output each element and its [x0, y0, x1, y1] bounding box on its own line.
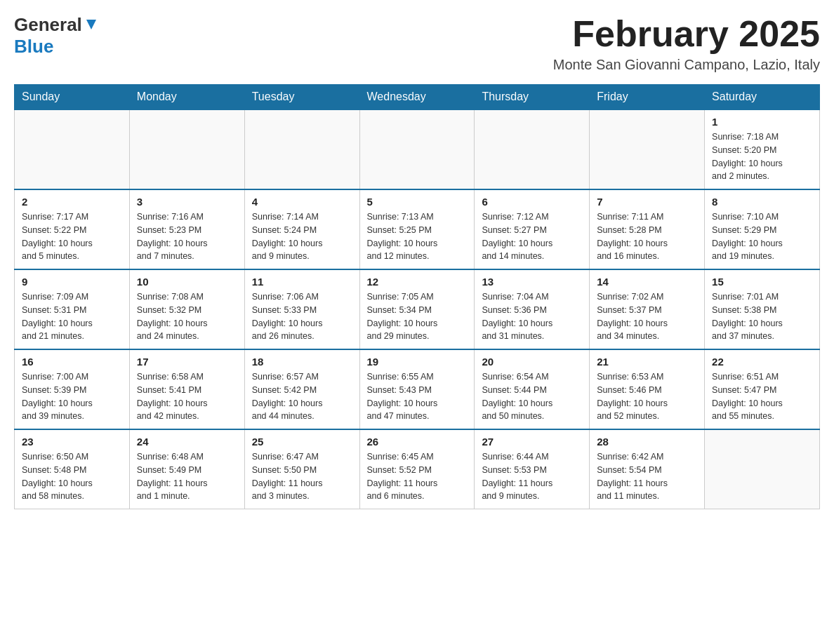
- day-info: Sunrise: 6:58 AMSunset: 5:41 PMDaylight:…: [137, 370, 237, 423]
- calendar-cell: 21Sunrise: 6:53 AMSunset: 5:46 PMDayligh…: [590, 349, 705, 429]
- calendar-cell: 10Sunrise: 7:08 AMSunset: 5:32 PMDayligh…: [129, 269, 244, 349]
- day-info: Sunrise: 6:51 AMSunset: 5:47 PMDaylight:…: [712, 370, 812, 423]
- day-info: Sunrise: 6:50 AMSunset: 5:48 PMDaylight:…: [22, 450, 122, 503]
- day-number: 4: [252, 196, 352, 208]
- day-info: Sunrise: 6:57 AMSunset: 5:42 PMDaylight:…: [252, 370, 352, 423]
- day-info: Sunrise: 7:08 AMSunset: 5:32 PMDaylight:…: [137, 290, 237, 343]
- col-friday: Friday: [590, 85, 705, 110]
- day-info: Sunrise: 6:54 AMSunset: 5:44 PMDaylight:…: [482, 370, 582, 423]
- day-number: 5: [367, 196, 468, 208]
- col-tuesday: Tuesday: [244, 85, 359, 110]
- day-info: Sunrise: 7:04 AMSunset: 5:36 PMDaylight:…: [482, 290, 582, 343]
- calendar-week-row-2: 2Sunrise: 7:17 AMSunset: 5:22 PMDaylight…: [15, 189, 820, 269]
- col-wednesday: Wednesday: [359, 85, 475, 110]
- calendar-cell: 26Sunrise: 6:45 AMSunset: 5:52 PMDayligh…: [359, 429, 475, 509]
- calendar-cell: 25Sunrise: 6:47 AMSunset: 5:50 PMDayligh…: [244, 429, 359, 509]
- day-info: Sunrise: 6:53 AMSunset: 5:46 PMDaylight:…: [597, 370, 697, 423]
- calendar-cell: [359, 109, 475, 189]
- day-number: 21: [597, 356, 697, 368]
- day-number: 2: [22, 196, 122, 208]
- calendar-cell: 7Sunrise: 7:11 AMSunset: 5:28 PMDaylight…: [590, 189, 705, 269]
- calendar-cell: 9Sunrise: 7:09 AMSunset: 5:31 PMDaylight…: [15, 269, 130, 349]
- calendar-cell: 15Sunrise: 7:01 AMSunset: 5:38 PMDayligh…: [705, 269, 820, 349]
- day-number: 9: [22, 276, 122, 288]
- svg-marker-0: [86, 20, 96, 29]
- day-number: 8: [712, 196, 812, 208]
- calendar-cell: 20Sunrise: 6:54 AMSunset: 5:44 PMDayligh…: [475, 349, 590, 429]
- day-number: 1: [712, 116, 812, 128]
- logo-triangle-icon: [84, 17, 99, 32]
- calendar-cell: 14Sunrise: 7:02 AMSunset: 5:37 PMDayligh…: [590, 269, 705, 349]
- logo-general-text: General: [14, 14, 82, 36]
- day-info: Sunrise: 7:00 AMSunset: 5:39 PMDaylight:…: [22, 370, 122, 423]
- calendar-cell: 1Sunrise: 7:18 AMSunset: 5:20 PMDaylight…: [705, 109, 820, 189]
- calendar-cell: 8Sunrise: 7:10 AMSunset: 5:29 PMDaylight…: [705, 189, 820, 269]
- calendar-cell: 4Sunrise: 7:14 AMSunset: 5:24 PMDaylight…: [244, 189, 359, 269]
- day-number: 7: [597, 196, 697, 208]
- day-number: 23: [22, 436, 122, 448]
- calendar-cell: 2Sunrise: 7:17 AMSunset: 5:22 PMDaylight…: [15, 189, 130, 269]
- calendar-cell: 11Sunrise: 7:06 AMSunset: 5:33 PMDayligh…: [244, 269, 359, 349]
- day-info: Sunrise: 6:45 AMSunset: 5:52 PMDaylight:…: [367, 450, 468, 503]
- day-number: 15: [712, 276, 812, 288]
- day-number: 27: [482, 436, 582, 448]
- day-number: 20: [482, 356, 582, 368]
- col-monday: Monday: [129, 85, 244, 110]
- day-info: Sunrise: 6:42 AMSunset: 5:54 PMDaylight:…: [597, 450, 697, 503]
- calendar-week-row-5: 23Sunrise: 6:50 AMSunset: 5:48 PMDayligh…: [15, 429, 820, 509]
- day-info: Sunrise: 6:47 AMSunset: 5:50 PMDaylight:…: [252, 450, 352, 503]
- calendar-cell: 13Sunrise: 7:04 AMSunset: 5:36 PMDayligh…: [475, 269, 590, 349]
- calendar-cell: 3Sunrise: 7:16 AMSunset: 5:23 PMDaylight…: [129, 189, 244, 269]
- calendar-table: Sunday Monday Tuesday Wednesday Thursday…: [14, 84, 820, 509]
- day-info: Sunrise: 6:48 AMSunset: 5:49 PMDaylight:…: [137, 450, 237, 503]
- logo: General Blue: [14, 14, 99, 58]
- calendar-cell: [15, 109, 130, 189]
- day-info: Sunrise: 6:44 AMSunset: 5:53 PMDaylight:…: [482, 450, 582, 503]
- day-number: 13: [482, 276, 582, 288]
- day-number: 19: [367, 356, 468, 368]
- day-info: Sunrise: 7:13 AMSunset: 5:25 PMDaylight:…: [367, 210, 468, 263]
- day-number: 10: [137, 276, 237, 288]
- calendar-cell: 18Sunrise: 6:57 AMSunset: 5:42 PMDayligh…: [244, 349, 359, 429]
- day-info: Sunrise: 7:01 AMSunset: 5:38 PMDaylight:…: [712, 290, 812, 343]
- day-number: 22: [712, 356, 812, 368]
- location-title: Monte San Giovanni Campano, Lazio, Italy: [553, 57, 820, 73]
- day-info: Sunrise: 7:02 AMSunset: 5:37 PMDaylight:…: [597, 290, 697, 343]
- calendar-cell: 6Sunrise: 7:12 AMSunset: 5:27 PMDaylight…: [475, 189, 590, 269]
- day-info: Sunrise: 7:09 AMSunset: 5:31 PMDaylight:…: [22, 290, 122, 343]
- day-number: 11: [252, 276, 352, 288]
- calendar-cell: [475, 109, 590, 189]
- day-number: 16: [22, 356, 122, 368]
- day-number: 14: [597, 276, 697, 288]
- title-block: February 2025 Monte San Giovanni Campano…: [553, 14, 820, 73]
- day-info: Sunrise: 7:05 AMSunset: 5:34 PMDaylight:…: [367, 290, 468, 343]
- col-thursday: Thursday: [475, 85, 590, 110]
- page-header: General Blue February 2025 Monte San Gio…: [14, 14, 820, 73]
- col-sunday: Sunday: [15, 85, 130, 110]
- day-info: Sunrise: 7:18 AMSunset: 5:20 PMDaylight:…: [712, 130, 812, 183]
- calendar-cell: 16Sunrise: 7:00 AMSunset: 5:39 PMDayligh…: [15, 349, 130, 429]
- calendar-cell: 12Sunrise: 7:05 AMSunset: 5:34 PMDayligh…: [359, 269, 475, 349]
- calendar-week-row-3: 9Sunrise: 7:09 AMSunset: 5:31 PMDaylight…: [15, 269, 820, 349]
- calendar-cell: 22Sunrise: 6:51 AMSunset: 5:47 PMDayligh…: [705, 349, 820, 429]
- calendar-cell: 24Sunrise: 6:48 AMSunset: 5:49 PMDayligh…: [129, 429, 244, 509]
- calendar-cell: [590, 109, 705, 189]
- day-number: 24: [137, 436, 237, 448]
- calendar-cell: 19Sunrise: 6:55 AMSunset: 5:43 PMDayligh…: [359, 349, 475, 429]
- calendar-week-row-1: 1Sunrise: 7:18 AMSunset: 5:20 PMDaylight…: [15, 109, 820, 189]
- calendar-cell: [244, 109, 359, 189]
- calendar-cell: 5Sunrise: 7:13 AMSunset: 5:25 PMDaylight…: [359, 189, 475, 269]
- day-info: Sunrise: 7:16 AMSunset: 5:23 PMDaylight:…: [137, 210, 237, 263]
- day-number: 6: [482, 196, 582, 208]
- calendar-cell: [129, 109, 244, 189]
- logo-blue-text: Blue: [14, 36, 53, 57]
- day-info: Sunrise: 7:10 AMSunset: 5:29 PMDaylight:…: [712, 210, 812, 263]
- day-number: 12: [367, 276, 468, 288]
- day-number: 3: [137, 196, 237, 208]
- day-number: 26: [367, 436, 468, 448]
- day-info: Sunrise: 7:06 AMSunset: 5:33 PMDaylight:…: [252, 290, 352, 343]
- day-number: 18: [252, 356, 352, 368]
- day-info: Sunrise: 7:11 AMSunset: 5:28 PMDaylight:…: [597, 210, 697, 263]
- calendar-cell: 23Sunrise: 6:50 AMSunset: 5:48 PMDayligh…: [15, 429, 130, 509]
- day-info: Sunrise: 7:14 AMSunset: 5:24 PMDaylight:…: [252, 210, 352, 263]
